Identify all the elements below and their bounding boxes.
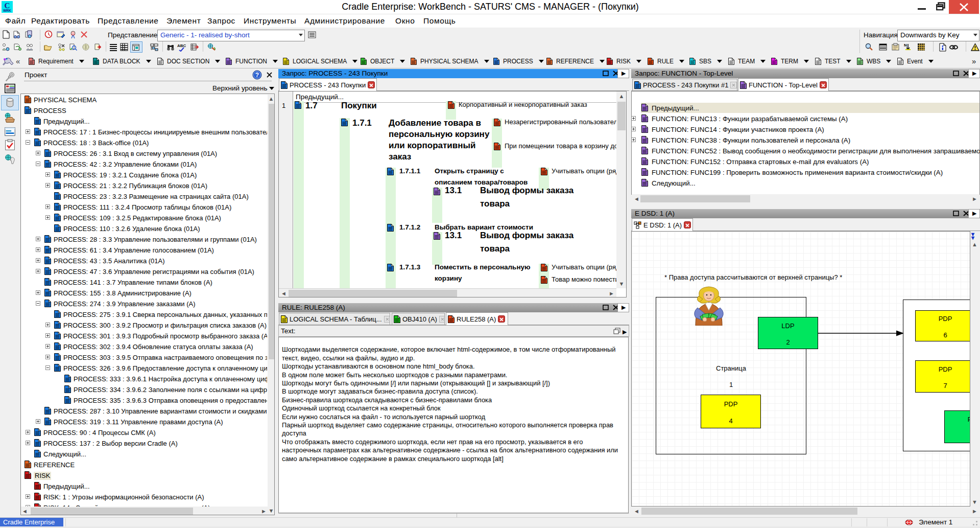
svg-text:ABC: ABC [177, 43, 186, 48]
svg-text:WRK: WRK [3, 9, 11, 12]
svg-text:N: N [904, 43, 907, 48]
svg-text:?: ? [255, 72, 259, 79]
